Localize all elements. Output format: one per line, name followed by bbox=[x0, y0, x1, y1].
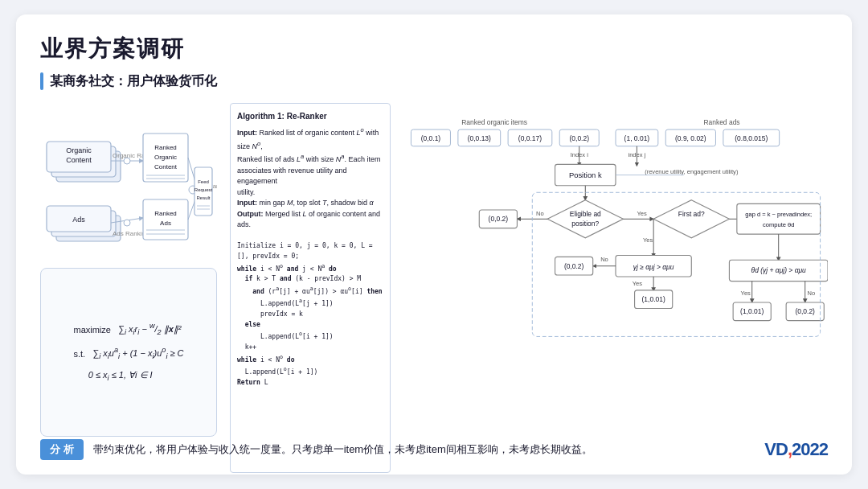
svg-text:Organic: Organic bbox=[66, 146, 92, 154]
svg-text:(0,0.17): (0,0.17) bbox=[518, 134, 542, 142]
svg-text:(0,0.2): (0,0.2) bbox=[489, 215, 509, 223]
svg-text:γj ≥ αμj > αμu: γj ≥ αμj > αμu bbox=[633, 263, 674, 271]
svg-text:Ranked ads: Ranked ads bbox=[703, 118, 739, 126]
svg-text:(0.9, 0.02): (0.9, 0.02) bbox=[675, 134, 706, 142]
subtitle-text: 某商务社交：用户体验货币化 bbox=[50, 73, 217, 90]
svg-text:Organic: Organic bbox=[154, 154, 177, 161]
svg-text:compute θd: compute θd bbox=[763, 221, 794, 228]
algo-input: Input: Ranked list of organic content Lo… bbox=[237, 125, 383, 231]
svg-text:θd (γj + αμj) > αμu: θd (γj + αμj) > αμu bbox=[751, 266, 807, 274]
svg-text:Ranked: Ranked bbox=[154, 210, 177, 217]
svg-text:Content: Content bbox=[66, 156, 92, 164]
svg-text:Result: Result bbox=[196, 195, 210, 200]
svg-text:gap d = k − prevadindex;: gap d = k − prevadindex; bbox=[745, 211, 812, 218]
analysis-text: 带约束优化，将用户体验与收入统一度量。只考虑单一item价值，未考虑item间相… bbox=[93, 442, 828, 457]
svg-text:(1, 0.01): (1, 0.01) bbox=[624, 134, 650, 142]
svg-text:No: No bbox=[600, 256, 608, 263]
svg-text:Ads: Ads bbox=[160, 220, 171, 227]
page-title: 业界方案调研 bbox=[40, 34, 828, 64]
vdc-logo: VD,2022 bbox=[764, 439, 828, 460]
svg-text:Yes: Yes bbox=[637, 210, 647, 217]
svg-text:Eligible ad: Eligible ad bbox=[570, 210, 601, 218]
svg-text:(1,0.01): (1,0.01) bbox=[642, 295, 665, 303]
flow-diagram-svg: Organic Content Ads Organic Ranking Ads … bbox=[40, 103, 217, 264]
content-area: Organic Content Ads Organic Ranking Ads … bbox=[40, 103, 828, 473]
middle-algo: Algorithm 1: Re-Ranker Input: Ranked lis… bbox=[230, 103, 391, 473]
svg-text:(0,0.2): (0,0.2) bbox=[564, 262, 584, 270]
svg-text:(0.8,0.015): (0.8,0.015) bbox=[735, 134, 768, 142]
formula-content: maximize ∑i xiri − w/2 ‖x‖² s.t. ∑i xiua… bbox=[73, 319, 183, 386]
algorithm-box: Algorithm 1: Re-Ranker Input: Ranked lis… bbox=[230, 103, 391, 473]
svg-text:Content: Content bbox=[154, 163, 178, 171]
svg-text:No: No bbox=[536, 210, 544, 217]
svg-text:(1,0.01): (1,0.01) bbox=[740, 307, 764, 315]
svg-text:(0,0.13): (0,0.13) bbox=[468, 134, 491, 142]
svg-text:Request: Request bbox=[194, 187, 213, 192]
subtitle-accent bbox=[40, 72, 43, 90]
svg-text:Yes: Yes bbox=[643, 236, 653, 244]
svg-marker-70 bbox=[653, 200, 729, 238]
formula-box: maximize ∑i xiri − w/2 ‖x‖² s.t. ∑i xiua… bbox=[40, 268, 217, 437]
svg-text:Ads: Ads bbox=[72, 216, 85, 224]
main-card: 业界方案调研 某商务社交：用户体验货币化 Organic Content Ads bbox=[16, 14, 852, 475]
svg-text:(0,0.2): (0,0.2) bbox=[570, 134, 590, 142]
svg-text:Yes: Yes bbox=[633, 280, 643, 287]
bottom-bar: 分 析 带约束优化，将用户体验与收入统一度量。只考虑单一item价值，未考虑it… bbox=[40, 439, 828, 460]
vdc-year: 2022 bbox=[792, 439, 828, 459]
svg-text:(0,0.2): (0,0.2) bbox=[795, 307, 815, 315]
svg-rect-78 bbox=[737, 203, 821, 234]
svg-text:Ranked organic items: Ranked organic items bbox=[461, 118, 527, 126]
svg-text:Ranked: Ranked bbox=[154, 144, 177, 151]
svg-text:(0,0.1): (0,0.1) bbox=[421, 134, 441, 142]
algo-code: Initialize i = 0, j = 0, k = 0, L = [], … bbox=[237, 241, 383, 388]
svg-text:First ad?: First ad? bbox=[678, 210, 705, 218]
svg-text:Position k: Position k bbox=[569, 171, 602, 179]
svg-text:Feed: Feed bbox=[198, 179, 209, 184]
subtitle-bar: 某商务社交：用户体验货币化 bbox=[40, 72, 828, 90]
analysis-tag: 分 析 bbox=[40, 439, 84, 460]
svg-text:Yes: Yes bbox=[741, 290, 751, 297]
svg-point-13 bbox=[124, 220, 130, 226]
svg-text:(revenue utility, engagement u: (revenue utility, engagement utility) bbox=[645, 168, 739, 175]
svg-text:position?: position? bbox=[571, 220, 599, 228]
svg-text:No: No bbox=[808, 290, 816, 297]
left-diagram: Organic Content Ads Organic Ranking Ads … bbox=[40, 103, 217, 473]
vdc-text: VD bbox=[764, 439, 788, 459]
flowchart-svg: Ranked organic items Ranked ads (0,0.1) … bbox=[403, 103, 828, 449]
algo-title: Algorithm 1: Re-Ranker bbox=[237, 110, 383, 122]
right-flowchart: Ranked organic items Ranked ads (0,0.1) … bbox=[403, 103, 828, 473]
